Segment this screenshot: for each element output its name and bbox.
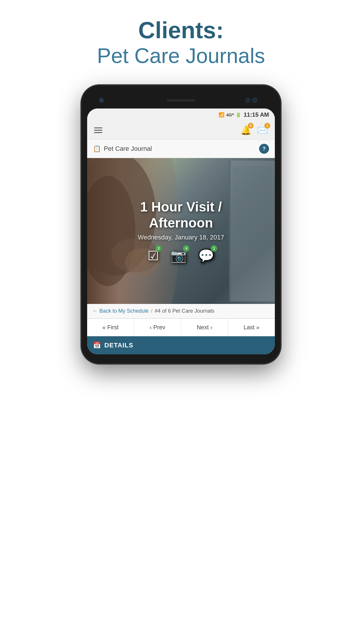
- camera-badge: 4: [183, 245, 189, 252]
- page-title-bold: Clients:: [12, 18, 350, 43]
- details-bar[interactable]: 📅 DETAILS: [87, 336, 275, 354]
- bell-wrapper[interactable]: 🔔 5: [240, 125, 251, 135]
- first-button[interactable]: « First: [87, 319, 134, 336]
- hero-section: 1 Hour Visit / Afternoon Wednesday, Janu…: [87, 158, 275, 304]
- section-title-text: Pet Care Journal: [104, 145, 152, 153]
- status-time: 11:15 AM: [244, 111, 269, 118]
- phone-frame: 📶 4Gᵉ️ 🔋 11:15 AM 🔔 5 ✉️ 1: [82, 86, 280, 363]
- page-header: Clients: Pet Care Journals: [0, 0, 362, 80]
- hero-visit-title: 1 Hour Visit /: [138, 199, 224, 215]
- next-button[interactable]: Next ›: [181, 319, 228, 336]
- hero-visit-subtitle: Afternoon: [138, 215, 224, 231]
- nav-row: ← Back to My Schedule / #4 of 6 Pet Care…: [87, 304, 275, 318]
- comment-badge: 1: [211, 245, 217, 252]
- nav-separator: /: [151, 308, 152, 314]
- mail-wrapper[interactable]: ✉️ 1: [257, 125, 268, 135]
- phone-top-bar: [87, 94, 275, 106]
- back-text: Back to My Schedule: [99, 308, 149, 314]
- hamburger-menu[interactable]: [94, 127, 102, 133]
- section-title: 📋 Pet Care Journal: [93, 145, 152, 153]
- battery-icon: 🔋: [236, 112, 241, 118]
- phone-speaker: [166, 99, 196, 102]
- details-bar-label: DETAILS: [104, 342, 133, 349]
- status-bar: 📶 4Gᵉ️ 🔋 11:15 AM: [87, 108, 275, 121]
- hero-date: Wednesday, January 18, 2017: [138, 234, 224, 241]
- camera-dot-1: [245, 98, 250, 103]
- hero-action-icons: ☑ 2 📷 4 💬 1: [138, 248, 224, 263]
- wifi-icon: 📶: [219, 112, 224, 118]
- app-navbar: 🔔 5 ✉️ 1: [87, 121, 275, 140]
- back-arrow: ←: [92, 308, 98, 314]
- phone-cameras-right: [245, 98, 257, 103]
- section-header: 📋 Pet Care Journal ?: [87, 140, 275, 158]
- checklist-icon-wrapper[interactable]: ☑ 2: [147, 248, 159, 263]
- car-door-svg: [219, 158, 275, 304]
- front-camera: [99, 98, 104, 103]
- help-button[interactable]: ?: [259, 144, 269, 154]
- signal-icon: 4Gᵉ️: [226, 112, 234, 118]
- page-title-light: Pet Care Journals: [12, 43, 350, 68]
- svg-rect-5: [233, 166, 272, 251]
- phone-screen: 📶 4Gᵉ️ 🔋 11:15 AM 🔔 5 ✉️ 1: [87, 108, 275, 354]
- camera-icon-wrapper[interactable]: 📷 4: [171, 248, 187, 263]
- hero-text: 1 Hour Visit / Afternoon Wednesday, Janu…: [138, 199, 224, 263]
- hamburger-line-1: [94, 127, 102, 128]
- bell-badge: 5: [248, 123, 254, 129]
- details-calendar-icon: 📅: [93, 342, 101, 349]
- journal-icon: 📋: [93, 145, 101, 153]
- back-link[interactable]: ← Back to My Schedule: [92, 308, 149, 314]
- hamburger-line-3: [94, 132, 102, 133]
- comment-icon-wrapper[interactable]: 💬 1: [198, 248, 214, 263]
- journal-count: #4 of 6 Pet Care Journals: [155, 308, 214, 314]
- checklist-badge: 2: [155, 245, 162, 252]
- hamburger-line-2: [94, 130, 102, 131]
- nav-right-icons: 🔔 5 ✉️ 1: [240, 125, 268, 135]
- last-button[interactable]: Last »: [228, 319, 275, 336]
- camera-dot-2: [252, 98, 257, 103]
- prev-button[interactable]: ‹ Prev: [134, 319, 181, 336]
- pagination-row: « First ‹ Prev Next › Last »: [87, 318, 275, 336]
- status-icons: 📶 4Gᵉ️ 🔋: [219, 112, 241, 118]
- mail-badge: 1: [264, 123, 270, 129]
